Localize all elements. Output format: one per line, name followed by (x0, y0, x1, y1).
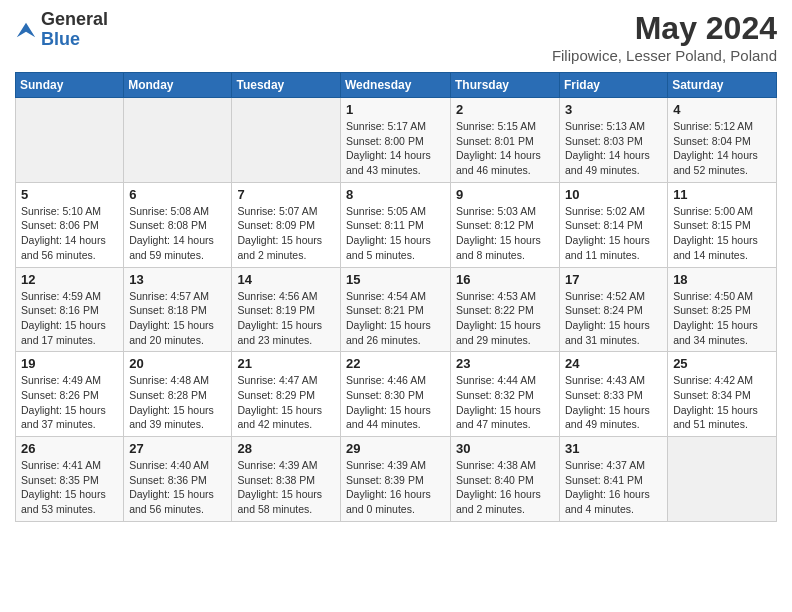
calendar-cell: 27Sunrise: 4:40 AM Sunset: 8:36 PM Dayli… (124, 437, 232, 522)
day-number: 21 (237, 356, 335, 371)
day-info: Sunrise: 4:39 AM Sunset: 8:38 PM Dayligh… (237, 458, 335, 517)
calendar-cell: 24Sunrise: 4:43 AM Sunset: 8:33 PM Dayli… (560, 352, 668, 437)
day-info: Sunrise: 5:07 AM Sunset: 8:09 PM Dayligh… (237, 204, 335, 263)
header: General Blue May 2024 Filipowice, Lesser… (15, 10, 777, 64)
day-info: Sunrise: 5:15 AM Sunset: 8:01 PM Dayligh… (456, 119, 554, 178)
calendar-cell: 26Sunrise: 4:41 AM Sunset: 8:35 PM Dayli… (16, 437, 124, 522)
calendar-table: SundayMondayTuesdayWednesdayThursdayFrid… (15, 72, 777, 522)
header-day-saturday: Saturday (668, 73, 777, 98)
day-number: 31 (565, 441, 662, 456)
calendar-cell: 4Sunrise: 5:12 AM Sunset: 8:04 PM Daylig… (668, 98, 777, 183)
calendar-cell: 10Sunrise: 5:02 AM Sunset: 8:14 PM Dayli… (560, 182, 668, 267)
day-number: 23 (456, 356, 554, 371)
day-number: 6 (129, 187, 226, 202)
logo-blue: Blue (41, 29, 80, 49)
calendar-cell: 20Sunrise: 4:48 AM Sunset: 8:28 PM Dayli… (124, 352, 232, 437)
calendar-body: 1Sunrise: 5:17 AM Sunset: 8:00 PM Daylig… (16, 98, 777, 522)
day-info: Sunrise: 4:52 AM Sunset: 8:24 PM Dayligh… (565, 289, 662, 348)
calendar-cell: 21Sunrise: 4:47 AM Sunset: 8:29 PM Dayli… (232, 352, 341, 437)
title-area: May 2024 Filipowice, Lesser Poland, Pola… (552, 10, 777, 64)
calendar-cell: 22Sunrise: 4:46 AM Sunset: 8:30 PM Dayli… (341, 352, 451, 437)
calendar-cell (16, 98, 124, 183)
calendar-cell: 16Sunrise: 4:53 AM Sunset: 8:22 PM Dayli… (451, 267, 560, 352)
day-number: 24 (565, 356, 662, 371)
day-info: Sunrise: 4:40 AM Sunset: 8:36 PM Dayligh… (129, 458, 226, 517)
day-info: Sunrise: 4:54 AM Sunset: 8:21 PM Dayligh… (346, 289, 445, 348)
calendar-cell: 23Sunrise: 4:44 AM Sunset: 8:32 PM Dayli… (451, 352, 560, 437)
calendar-cell: 28Sunrise: 4:39 AM Sunset: 8:38 PM Dayli… (232, 437, 341, 522)
day-number: 7 (237, 187, 335, 202)
calendar-cell: 14Sunrise: 4:56 AM Sunset: 8:19 PM Dayli… (232, 267, 341, 352)
day-info: Sunrise: 4:43 AM Sunset: 8:33 PM Dayligh… (565, 373, 662, 432)
calendar-cell: 19Sunrise: 4:49 AM Sunset: 8:26 PM Dayli… (16, 352, 124, 437)
day-info: Sunrise: 5:10 AM Sunset: 8:06 PM Dayligh… (21, 204, 118, 263)
calendar-week-2: 5Sunrise: 5:10 AM Sunset: 8:06 PM Daylig… (16, 182, 777, 267)
day-info: Sunrise: 5:13 AM Sunset: 8:03 PM Dayligh… (565, 119, 662, 178)
day-number: 17 (565, 272, 662, 287)
logo: General Blue (15, 10, 108, 50)
day-info: Sunrise: 4:42 AM Sunset: 8:34 PM Dayligh… (673, 373, 771, 432)
logo-icon (15, 19, 37, 41)
day-number: 13 (129, 272, 226, 287)
calendar-cell: 5Sunrise: 5:10 AM Sunset: 8:06 PM Daylig… (16, 182, 124, 267)
day-number: 29 (346, 441, 445, 456)
day-info: Sunrise: 4:38 AM Sunset: 8:40 PM Dayligh… (456, 458, 554, 517)
calendar-header-row: SundayMondayTuesdayWednesdayThursdayFrid… (16, 73, 777, 98)
day-number: 26 (21, 441, 118, 456)
day-number: 2 (456, 102, 554, 117)
day-number: 22 (346, 356, 445, 371)
main-title: May 2024 (552, 10, 777, 47)
calendar-cell: 11Sunrise: 5:00 AM Sunset: 8:15 PM Dayli… (668, 182, 777, 267)
day-info: Sunrise: 4:44 AM Sunset: 8:32 PM Dayligh… (456, 373, 554, 432)
day-info: Sunrise: 4:49 AM Sunset: 8:26 PM Dayligh… (21, 373, 118, 432)
calendar-cell: 6Sunrise: 5:08 AM Sunset: 8:08 PM Daylig… (124, 182, 232, 267)
day-number: 19 (21, 356, 118, 371)
calendar-cell: 8Sunrise: 5:05 AM Sunset: 8:11 PM Daylig… (341, 182, 451, 267)
day-number: 25 (673, 356, 771, 371)
logo-general: General (41, 9, 108, 29)
day-number: 18 (673, 272, 771, 287)
header-day-monday: Monday (124, 73, 232, 98)
calendar-week-4: 19Sunrise: 4:49 AM Sunset: 8:26 PM Dayli… (16, 352, 777, 437)
calendar-cell: 15Sunrise: 4:54 AM Sunset: 8:21 PM Dayli… (341, 267, 451, 352)
header-day-sunday: Sunday (16, 73, 124, 98)
calendar-cell (124, 98, 232, 183)
day-number: 16 (456, 272, 554, 287)
day-number: 9 (456, 187, 554, 202)
day-number: 14 (237, 272, 335, 287)
day-info: Sunrise: 5:17 AM Sunset: 8:00 PM Dayligh… (346, 119, 445, 178)
header-day-thursday: Thursday (451, 73, 560, 98)
calendar-cell: 17Sunrise: 4:52 AM Sunset: 8:24 PM Dayli… (560, 267, 668, 352)
calendar-cell: 31Sunrise: 4:37 AM Sunset: 8:41 PM Dayli… (560, 437, 668, 522)
calendar-cell: 3Sunrise: 5:13 AM Sunset: 8:03 PM Daylig… (560, 98, 668, 183)
day-info: Sunrise: 4:41 AM Sunset: 8:35 PM Dayligh… (21, 458, 118, 517)
day-info: Sunrise: 4:50 AM Sunset: 8:25 PM Dayligh… (673, 289, 771, 348)
day-number: 1 (346, 102, 445, 117)
day-number: 11 (673, 187, 771, 202)
header-day-friday: Friday (560, 73, 668, 98)
day-info: Sunrise: 4:48 AM Sunset: 8:28 PM Dayligh… (129, 373, 226, 432)
calendar-header: SundayMondayTuesdayWednesdayThursdayFrid… (16, 73, 777, 98)
day-info: Sunrise: 4:37 AM Sunset: 8:41 PM Dayligh… (565, 458, 662, 517)
day-number: 5 (21, 187, 118, 202)
calendar-cell: 29Sunrise: 4:39 AM Sunset: 8:39 PM Dayli… (341, 437, 451, 522)
day-info: Sunrise: 4:53 AM Sunset: 8:22 PM Dayligh… (456, 289, 554, 348)
day-number: 27 (129, 441, 226, 456)
calendar-cell: 18Sunrise: 4:50 AM Sunset: 8:25 PM Dayli… (668, 267, 777, 352)
day-info: Sunrise: 5:02 AM Sunset: 8:14 PM Dayligh… (565, 204, 662, 263)
calendar-week-1: 1Sunrise: 5:17 AM Sunset: 8:00 PM Daylig… (16, 98, 777, 183)
calendar-cell: 1Sunrise: 5:17 AM Sunset: 8:00 PM Daylig… (341, 98, 451, 183)
day-info: Sunrise: 5:00 AM Sunset: 8:15 PM Dayligh… (673, 204, 771, 263)
day-info: Sunrise: 5:05 AM Sunset: 8:11 PM Dayligh… (346, 204, 445, 263)
day-info: Sunrise: 4:56 AM Sunset: 8:19 PM Dayligh… (237, 289, 335, 348)
day-info: Sunrise: 5:12 AM Sunset: 8:04 PM Dayligh… (673, 119, 771, 178)
calendar-cell (232, 98, 341, 183)
header-day-tuesday: Tuesday (232, 73, 341, 98)
day-info: Sunrise: 4:46 AM Sunset: 8:30 PM Dayligh… (346, 373, 445, 432)
calendar-cell (668, 437, 777, 522)
day-info: Sunrise: 5:03 AM Sunset: 8:12 PM Dayligh… (456, 204, 554, 263)
calendar-cell: 12Sunrise: 4:59 AM Sunset: 8:16 PM Dayli… (16, 267, 124, 352)
day-number: 28 (237, 441, 335, 456)
day-info: Sunrise: 4:47 AM Sunset: 8:29 PM Dayligh… (237, 373, 335, 432)
calendar-cell: 25Sunrise: 4:42 AM Sunset: 8:34 PM Dayli… (668, 352, 777, 437)
